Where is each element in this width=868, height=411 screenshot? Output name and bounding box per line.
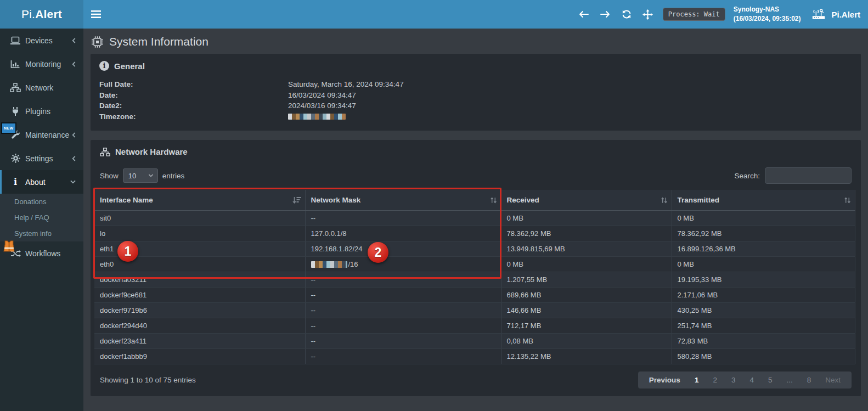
cell-mask: -- [305, 318, 501, 334]
host-info: Synology-NAS (16/03/2024, 09:35:02) [734, 5, 801, 24]
pagination-page-2[interactable]: 2 [706, 376, 724, 384]
table-row: dockerf294d40 -- 712,17 MB 251,74 MB [94, 318, 855, 334]
sidebar-item-help-faq[interactable]: Help / FAQ [0, 210, 83, 226]
sidebar: Devices Monitoring Network Plugins NEW M… [0, 29, 83, 411]
column-header-interface-name[interactable]: Interface Name [94, 190, 305, 211]
cell-transmitted: 16.899.126,36 MB [672, 241, 855, 257]
navbar-main: Process: Wait Synology-NAS (16/03/2024, … [83, 0, 868, 29]
sidebar-item-devices[interactable]: Devices [0, 29, 83, 52]
column-header-received[interactable]: Received [501, 190, 672, 211]
navbar-right-cluster: Process: Wait Synology-NAS (16/03/2024, … [577, 5, 860, 24]
cell-received: 0,08 MB [501, 334, 672, 349]
sidebar-item-about[interactable]: i About [0, 170, 83, 194]
info-label: Date: [99, 90, 288, 101]
sort-icon [661, 196, 668, 204]
pagination-ellipsis: ... [779, 376, 799, 384]
top-navbar: Pi.Alert Process: Wai [0, 0, 868, 29]
cell-transmitted: 19.195,33 MB [672, 272, 855, 288]
table-row: sit0 -- 0 MB 0 MB [94, 211, 855, 226]
hamburger-menu-icon[interactable] [83, 0, 109, 29]
network-panel-heading: Network Hardware [100, 147, 852, 156]
cell-transmitted: 72,83 MB [672, 334, 855, 349]
general-panel: General Full Date: Saturday, March 16, 2… [91, 54, 861, 131]
pagination-page-8[interactable]: 8 [800, 376, 819, 384]
cell-received: 13.949.815,69 MB [501, 241, 672, 257]
app-brand-right: Pi.Alert [809, 8, 860, 20]
main-content: System Information General Full Date: Sa… [83, 29, 868, 411]
cell-transmitted: 0 MB [672, 257, 855, 272]
cell-mask: -- [305, 272, 501, 288]
laptop-icon [9, 36, 21, 45]
cell-mask: -- [305, 303, 501, 318]
info-value: 16/03/2024 09:34:47 [288, 90, 356, 101]
entries-label: entries [162, 172, 185, 180]
cell-interface: lo [94, 226, 305, 241]
table-row: lo 127.0.0.1/8 78.362,92 MB 78.362,92 MB [94, 226, 855, 241]
sidebar-item-donations[interactable]: Donations [0, 194, 83, 210]
table-row: eth0 /16 0 MB 0 MB [94, 257, 855, 272]
page-header: System Information [83, 29, 868, 54]
search-label: Search: [734, 172, 760, 180]
pagination: Previous 1 2 3 4 5 ... 8 Next [638, 371, 852, 389]
about-submenu: Donations Help / FAQ System info [0, 194, 83, 241]
cell-received: 0 MB [501, 211, 672, 226]
table-row: dockerf23a411 -- 0,08 MB 72,83 MB [94, 334, 855, 349]
entries-select[interactable]: 10 [123, 168, 158, 183]
cell-received: 712,17 MB [501, 318, 672, 334]
sidebar-item-settings[interactable]: Settings [0, 147, 83, 170]
sidebar-item-label: Workflows [25, 249, 60, 258]
cell-mask: -- [305, 211, 501, 226]
info-row-full-date: Full Date: Saturday, March 16, 2024 09:3… [99, 79, 852, 90]
cell-transmitted: 78.362,92 MB [672, 226, 855, 241]
column-header-network-mask[interactable]: Network Mask [305, 190, 501, 211]
sidebar-item-monitoring[interactable]: Monitoring [0, 52, 83, 76]
cell-transmitted: 430,25 MB [672, 303, 855, 318]
cell-received: 78.362,92 MB [501, 226, 672, 241]
info-label: Date2: [99, 100, 288, 111]
pagination-page-4[interactable]: 4 [742, 376, 761, 384]
table-header-row: Interface Name Network Mask Received [94, 190, 855, 211]
info-value: 2024/03/16 09:34:47 [288, 100, 356, 111]
table-row: dockerf9719b6 -- 146,66 MB 430,25 MB [94, 303, 855, 318]
cell-mask: 192.168.1.82/24 [305, 241, 501, 257]
pagination-page-3[interactable]: 3 [724, 376, 743, 384]
sidebar-item-label: Monitoring [25, 60, 61, 69]
plug-icon [9, 106, 21, 116]
search-input[interactable] [765, 167, 852, 184]
pagination-page-1[interactable]: 1 [687, 376, 706, 384]
cell-interface: sit0 [94, 211, 305, 226]
process-status-badge: Process: Wait [663, 8, 725, 21]
back-arrow-icon[interactable] [577, 6, 590, 22]
chevron-left-icon [71, 132, 76, 138]
interfaces-table: Interface Name Network Mask Received [94, 190, 855, 364]
pagination-next[interactable]: Next [818, 376, 848, 384]
pagination-page-5[interactable]: 5 [761, 376, 780, 384]
sidebar-item-label: Settings [25, 154, 53, 163]
show-label: Show [100, 172, 119, 180]
forward-arrow-icon[interactable] [599, 6, 612, 22]
app-name: Pi.Alert [831, 10, 860, 19]
brand-pi: Pi. [21, 8, 35, 21]
table-row: dockerf9ce681 -- 689,66 MB 2.171,06 MB [94, 288, 855, 303]
cell-received: 0 MB [501, 257, 672, 272]
sidebar-item-plugins[interactable]: Plugins [0, 99, 83, 123]
pagination-previous[interactable]: Previous [642, 376, 687, 384]
info-row-date: Date: 16/03/2024 09:34:47 [99, 90, 852, 101]
chart-icon [9, 60, 21, 69]
column-header-transmitted[interactable]: Transmitted [672, 190, 855, 211]
chevron-left-icon [71, 155, 76, 162]
sitemap-icon [9, 83, 21, 92]
info-label: Full Date: [99, 79, 288, 90]
table-row: dockerfa03211 -- 1.207,55 MB 19.195,33 M… [94, 272, 855, 288]
move-icon[interactable] [641, 6, 655, 22]
sidebar-item-label: Network [25, 83, 53, 92]
refresh-icon[interactable] [620, 6, 633, 22]
sidebar-item-label: Maintenance [25, 131, 69, 139]
cell-interface: dockerf9ce681 [94, 288, 305, 303]
sidebar-item-system-info[interactable]: System info [0, 226, 83, 241]
sidebar-item-network[interactable]: Network [0, 76, 83, 99]
chip-icon [91, 36, 104, 48]
redacted-timezone-value [288, 114, 346, 120]
cell-mask: -- [305, 288, 501, 303]
cell-transmitted: 580,28 MB [672, 349, 855, 364]
